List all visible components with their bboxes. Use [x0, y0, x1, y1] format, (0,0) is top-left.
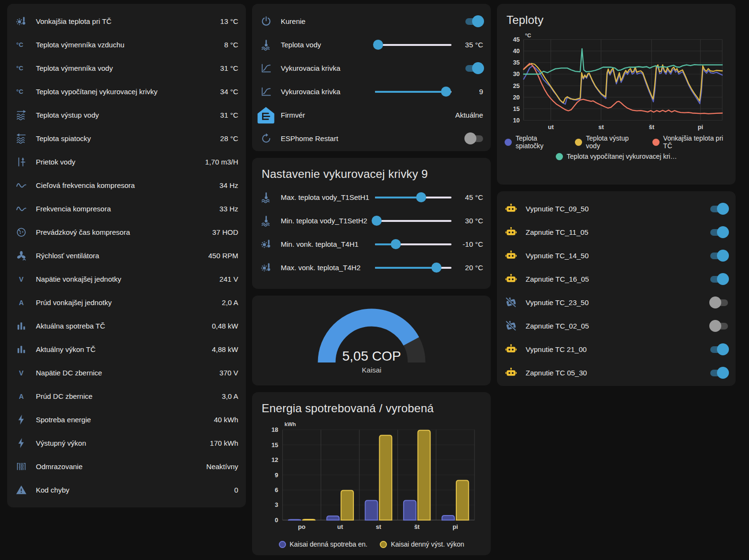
entity-row[interactable]: Prietok vody 1,70 m3/H [15, 150, 238, 174]
toggle-knob[interactable] [717, 273, 729, 285]
entity-row[interactable]: Rýchlosť ventilátora 450 RPM [15, 244, 238, 267]
control-row[interactable]: Min. vonk. teplota_T4H1 -10 °C [260, 232, 483, 256]
toggle-knob[interactable] [472, 15, 484, 27]
control-row[interactable]: Vypnutie TC_09_50 [505, 197, 728, 220]
toggle-switch[interactable] [465, 18, 483, 25]
control-row[interactable]: Vypnutie TC_14_50 [505, 244, 728, 267]
control-row[interactable]: Zapnutie TC 05_30 [505, 361, 728, 384]
row-label: Vonkajšia teplota pri TČ [36, 17, 207, 25]
control-row[interactable]: Zapnutie TC_16_05 [505, 267, 728, 291]
control-row[interactable]: Vypnutie TC_23_50 [505, 291, 728, 314]
row-label: Teplota výmenníka vody [36, 64, 207, 72]
sine-wave-icon [15, 203, 27, 215]
alpha-v-icon: V [15, 367, 27, 379]
control-row[interactable]: Zapnutie TC_02_05 [505, 314, 728, 338]
entity-row[interactable]: Aktuálna spotreba TČ 0,48 kW [15, 314, 238, 338]
legend-item[interactable]: Teplota spiatočky [505, 134, 562, 150]
legend-item[interactable]: Kaisai denný výst. výkon [380, 540, 464, 548]
entity-row[interactable]: Odmrazovanie Neaktívny [15, 455, 238, 478]
row-value: 45 °C [457, 193, 483, 201]
legend-item[interactable]: Teplota výstup vody [575, 134, 640, 150]
control-row[interactable]: Vykurovacia krivka 9 [260, 80, 483, 103]
row-value: 0,48 kW [212, 322, 238, 330]
legend-item[interactable]: Kaisai denná spotreba en. [279, 540, 368, 548]
slider-knob[interactable] [416, 192, 426, 202]
row-value: 20 °C [457, 264, 483, 272]
control-row[interactable]: Vypnutie TC 21_00 [505, 338, 728, 361]
entity-row[interactable]: Teplota spiatocky 28 °C [15, 127, 238, 150]
toggle-switch[interactable] [465, 65, 483, 72]
entity-row[interactable]: Výstupný výkon 170 kWh [15, 431, 238, 455]
entity-row[interactable]: Frekvencia kompresora 33 Hz [15, 197, 238, 220]
toggle-knob[interactable] [717, 250, 729, 262]
toggle-switch[interactable] [710, 370, 728, 376]
row-label: Firmvér [281, 111, 450, 119]
toggle-switch[interactable] [710, 346, 728, 353]
controls-card: Kurenie Teplota vody 35 °C Vykurovacia k… [252, 4, 491, 151]
flash-icon [15, 437, 27, 450]
entity-row[interactable]: A Prúd vonkajšej jednotky 2,0 A [15, 291, 238, 314]
toggle-knob[interactable] [472, 62, 484, 74]
svg-text:6: 6 [275, 486, 278, 494]
slider[interactable] [375, 91, 452, 93]
entity-row[interactable]: Cieľová frekvencia kompresora 34 Hz [15, 174, 238, 197]
row-label: Min. teplota vody_T1SetH2 [281, 217, 375, 225]
toggle-knob[interactable] [717, 226, 729, 238]
slider[interactable] [375, 44, 452, 46]
row-label: Vykurovacia krivka [281, 64, 459, 72]
entity-row[interactable]: A Prúd DC zbernice 3,0 A [15, 384, 238, 408]
entity-row[interactable]: °C Teplota výmenníka vody 31 °C [15, 56, 238, 80]
slider[interactable] [375, 220, 452, 222]
slider-knob[interactable] [431, 263, 441, 273]
toggle-knob[interactable] [709, 320, 721, 332]
waves-arrow-right-icon [15, 109, 27, 121]
legend-item[interactable]: Teplota vypočítanej vykurovacej kri… [556, 153, 677, 160]
row-label: Vypnutie TC_09_50 [526, 205, 704, 213]
entity-row[interactable]: Kod chyby 0 [15, 478, 238, 502]
toggle-switch[interactable] [710, 299, 728, 306]
control-row[interactable]: Zapnutie TC_11_05 [505, 220, 728, 244]
toggle-knob[interactable] [717, 203, 729, 215]
entity-row[interactable]: Teplota výstup vody 31 °C [15, 103, 238, 127]
legend-item[interactable]: Vonkajšia teplota pri TČ [652, 134, 728, 150]
control-row[interactable]: Kurenie [260, 10, 483, 33]
toggle-switch[interactable] [710, 229, 728, 236]
toggle-knob[interactable] [709, 296, 721, 308]
temperatures-line-chart: 4540353025201510utstštpi°C [505, 32, 728, 133]
toggle-knob[interactable] [464, 132, 476, 144]
toggle-switch[interactable] [710, 253, 728, 259]
slider[interactable] [375, 197, 452, 198]
slider-knob[interactable] [441, 87, 451, 97]
row-value: 34 Hz [212, 181, 238, 189]
column-controls: Kurenie Teplota vody 35 °C Vykurovacia k… [252, 4, 491, 555]
entity-row[interactable]: V Napätie DC zbernice 370 V [15, 361, 238, 384]
entity-row[interactable]: °C Teplota výmenníka vzduchu 8 °C [15, 33, 238, 56]
control-row[interactable]: Max. teplota vody_T1SetH1 45 °C [260, 186, 483, 209]
control-row[interactable]: Vykurovacia krivka [260, 56, 483, 80]
slider-knob[interactable] [373, 40, 383, 50]
entity-row[interactable]: °C Teplota vypočítanej vykurovacej krivk… [15, 80, 238, 103]
entity-row[interactable]: Aktuálny výkon TČ 4,88 kW [15, 338, 238, 361]
legend-row: Teplota spiatočkyTeplota výstup vodyVonk… [505, 133, 728, 151]
toggle-switch[interactable] [710, 323, 728, 329]
entity-row[interactable]: V Napätie vonkajšej jednotky 241 V [15, 267, 238, 291]
entity-row[interactable]: Prevádzkový čas kompresora 37 HOD [15, 220, 238, 244]
control-row[interactable]: ESPhome Restart [260, 127, 483, 150]
thermometer-water-icon [260, 215, 272, 227]
toggle-knob[interactable] [717, 343, 729, 355]
toggle-switch[interactable] [465, 135, 483, 142]
entity-row[interactable]: Spotreba energie 40 kWh [15, 408, 238, 431]
slider-knob[interactable] [391, 239, 401, 249]
control-row[interactable]: Firmvér Aktuálne [260, 103, 483, 127]
slider-knob[interactable] [372, 216, 382, 226]
toggle-switch[interactable] [710, 276, 728, 283]
toggle-switch[interactable] [710, 206, 728, 212]
entity-row[interactable]: Vonkajšia teplota pri TČ 13 °C [15, 10, 238, 33]
cop-gauge-card[interactable]: 5,05 COPKaisai [252, 296, 491, 385]
control-row[interactable]: Max. vonk. teplota_T4H2 20 °C [260, 256, 483, 279]
toggle-knob[interactable] [717, 367, 729, 379]
slider[interactable] [375, 267, 452, 269]
slider[interactable] [375, 243, 452, 245]
control-row[interactable]: Min. teplota vody_T1SetH2 30 °C [260, 209, 483, 232]
control-row[interactable]: Teplota vody 35 °C [260, 33, 483, 56]
